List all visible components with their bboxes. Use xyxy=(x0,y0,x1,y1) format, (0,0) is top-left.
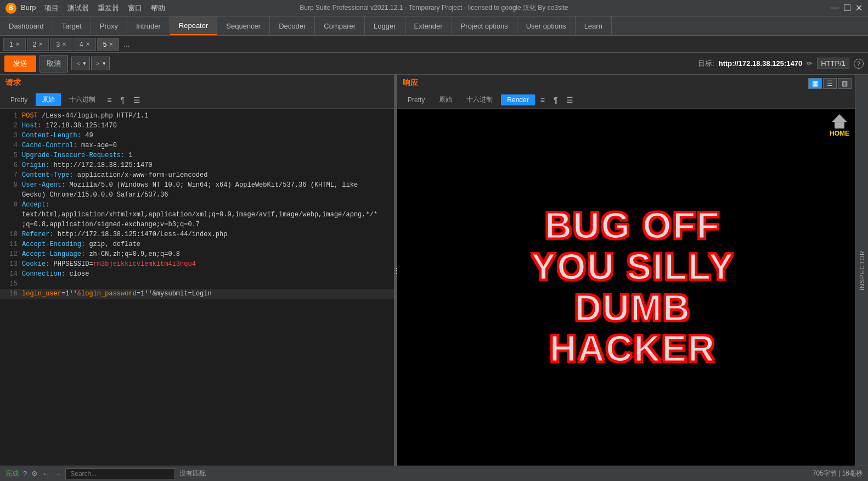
help-circle-icon[interactable]: ? xyxy=(23,469,27,478)
nav-buttons: ＜ ▾ ＞ ▾ xyxy=(71,57,110,70)
close-tab-5-icon[interactable]: ✕ xyxy=(109,41,113,47)
close-tab-1-icon[interactable]: ✕ xyxy=(15,41,20,47)
close-button[interactable]: ✕ xyxy=(855,3,863,13)
edit-target-icon[interactable]: ✏ xyxy=(807,59,813,68)
code-line-9b: text/html,application/xhtml+xml,applicat… xyxy=(0,210,394,220)
window-controls: — ☐ ✕ xyxy=(830,3,863,13)
nav-learn[interactable]: Learn xyxy=(576,16,612,35)
nav-target[interactable]: Target xyxy=(53,16,91,35)
menu-resender[interactable]: 重发器 xyxy=(98,3,119,13)
navbar: Dashboard Target Proxy Intruder Repeater… xyxy=(0,16,868,36)
close-tab-4-icon[interactable]: ✕ xyxy=(86,41,90,47)
request-hex-tab[interactable]: 十六进制 xyxy=(63,93,102,106)
request-title: 请求 xyxy=(0,75,26,91)
code-line-15: 15 xyxy=(0,279,394,289)
code-line-6: 6 Origin: http://172.18.38.125:1470 xyxy=(0,160,394,170)
response-editor-toolbar: Pretty 原始 十六进制 Render ≡ ¶ ☰ xyxy=(397,91,868,109)
menu-icon[interactable]: ☰ xyxy=(130,94,144,105)
menu-burp[interactable]: Burp xyxy=(21,3,36,13)
repeater-tab-5[interactable]: 5 ✕ xyxy=(97,38,120,51)
response-render-tab[interactable]: Render xyxy=(501,94,534,105)
inspector-sidebar: INSPECTOR xyxy=(855,75,868,466)
response-pretty-tab[interactable]: Pretty xyxy=(402,94,431,105)
minimize-button[interactable]: — xyxy=(830,3,839,13)
code-line-14: 14 Connection: close xyxy=(0,269,394,279)
repeater-tabs: 1 ✕ 2 ✕ 3 ✕ 4 ✕ 5 ✕ ... xyxy=(0,36,868,53)
view-vertical-icon[interactable]: ▥ xyxy=(838,78,852,89)
nav-user-options[interactable]: User options xyxy=(517,16,576,35)
code-line-16: 16 login_user=1''&login_password=1''&mys… xyxy=(0,289,394,299)
target-label: 目标: xyxy=(698,59,714,69)
response-menu-icon[interactable]: ☰ xyxy=(563,94,577,105)
nav-back-button[interactable]: ＜ ▾ xyxy=(71,57,90,70)
bug-line1: BUG OFF xyxy=(515,205,751,246)
menu-tester[interactable]: 测试器 xyxy=(67,3,89,13)
code-line-11: 11 Accept-Encoding: gzip, deflate xyxy=(0,239,394,249)
request-panel: 请求 Pretty 原始 十六进制 ≡ ¶ ☰ 1 POST /Less-44/… xyxy=(0,75,395,466)
nav-decoder[interactable]: Decoder xyxy=(270,16,315,35)
menu-window[interactable]: 窗口 xyxy=(128,3,142,13)
home-icon xyxy=(832,114,847,128)
nav-repeater[interactable]: Repeater xyxy=(170,16,217,35)
response-hex-tab[interactable]: 十六进制 xyxy=(460,93,499,106)
nav-proxy[interactable]: Proxy xyxy=(91,16,127,35)
view-split-icon[interactable]: ▦ xyxy=(808,78,822,89)
close-tab-2-icon[interactable]: ✕ xyxy=(38,41,43,47)
view-horizontal-icon[interactable]: ☰ xyxy=(823,78,837,89)
settings-icon[interactable]: ⚙ xyxy=(31,469,38,478)
repeater-tab-2[interactable]: 2 ✕ xyxy=(27,38,49,51)
window-title: Burp Suite Professional v2021.12.1 - Tem… xyxy=(300,3,568,13)
target-url: http://172.18.38.125:1470 xyxy=(719,59,802,68)
code-line-9: 9 Accept: xyxy=(0,200,394,210)
target-info: 目标: http://172.18.38.125:1470 ✏ HTTP/1 ? xyxy=(698,58,864,69)
search-input[interactable] xyxy=(65,468,175,479)
nav-extender[interactable]: Extender xyxy=(405,16,452,35)
code-line-1: 1 POST /Less-44/login.php HTTP/1.1 xyxy=(0,111,394,121)
nav-project-options[interactable]: Project options xyxy=(452,16,517,35)
repeater-tab-4[interactable]: 4 ✕ xyxy=(74,38,96,51)
home-link[interactable]: HOME xyxy=(830,114,849,137)
repeater-tab-3[interactable]: 3 ✕ xyxy=(50,38,72,51)
http-version-badge[interactable]: HTTP/1 xyxy=(817,58,849,69)
nav-comparer[interactable]: Comparer xyxy=(315,16,365,35)
maximize-button[interactable]: ☐ xyxy=(843,3,851,13)
code-line-2: 2 Host: 172.18.38.125:1470 xyxy=(0,121,394,131)
response-title: 响应 xyxy=(397,75,424,91)
response-wrap-icon[interactable]: ¶ xyxy=(550,94,561,105)
help-icon[interactable]: ? xyxy=(854,59,864,69)
main-area: 请求 Pretty 原始 十六进制 ≡ ¶ ☰ 1 POST /Less-44/… xyxy=(0,75,868,466)
menu-help[interactable]: 帮助 xyxy=(151,3,165,13)
repeater-tab-1[interactable]: 1 ✕ xyxy=(3,38,26,51)
code-line-5: 5 Upgrade-Insecure-Requests: 1 xyxy=(0,150,394,160)
nav-intruder[interactable]: Intruder xyxy=(127,16,170,35)
request-pretty-tab[interactable]: Pretty xyxy=(4,94,33,105)
nav-dashboard[interactable]: Dashboard xyxy=(0,16,53,35)
send-button[interactable]: 发送 xyxy=(4,55,36,72)
nav-sequencer[interactable]: Sequencer xyxy=(217,16,270,35)
request-raw-tab[interactable]: 原始 xyxy=(36,93,61,106)
back-icon[interactable]: ← xyxy=(42,469,49,478)
status-text: 完成 xyxy=(5,469,19,478)
response-raw-tab[interactable]: 原始 xyxy=(433,93,458,106)
close-tab-3-icon[interactable]: ✕ xyxy=(62,41,66,47)
menu-project[interactable]: 项目 xyxy=(44,3,59,13)
nav-forward-button[interactable]: ＞ ▾ xyxy=(91,57,110,70)
response-format-icon[interactable]: ≡ xyxy=(537,94,548,105)
request-editor[interactable]: 1 POST /Less-44/login.php HTTP/1.1 2 Hos… xyxy=(0,109,394,466)
forward-icon[interactable]: → xyxy=(54,469,61,478)
bug-text: BUG OFF YOU SILLY DUMB HACKER xyxy=(515,205,751,369)
request-editor-toolbar: Pretty 原始 十六进制 ≡ ¶ ☰ xyxy=(0,91,394,109)
code-line-9c: ;q=0.8,application/signed-exchange;v=b3;… xyxy=(0,220,394,230)
code-line-12: 12 Accept-Language: zh-CN,zh;q=0.9,en;q=… xyxy=(0,249,394,259)
cancel-button[interactable]: 取消 xyxy=(40,55,68,72)
response-stats: 705字节 | 16毫秒 xyxy=(813,469,863,478)
wrap-icon[interactable]: ¶ xyxy=(117,94,128,105)
toolbar: 发送 取消 ＜ ▾ ＞ ▾ 目标: http://172.18.38.125:1… xyxy=(0,53,868,75)
more-tabs-button[interactable]: ... xyxy=(120,40,133,48)
response-panel: 响应 ▦ ☰ ▥ Pretty 原始 十六进制 Render ≡ ¶ ☰ HOM… xyxy=(397,75,868,466)
status-left: 完成 ? ⚙ ← → 没有匹配 xyxy=(5,468,206,479)
format-icon[interactable]: ≡ xyxy=(104,94,115,105)
nav-logger[interactable]: Logger xyxy=(365,16,405,35)
code-line-8b: Gecko) Chrome/115.0.0.0 Safari/537.36 xyxy=(0,190,394,200)
home-text: HOME xyxy=(830,130,849,137)
